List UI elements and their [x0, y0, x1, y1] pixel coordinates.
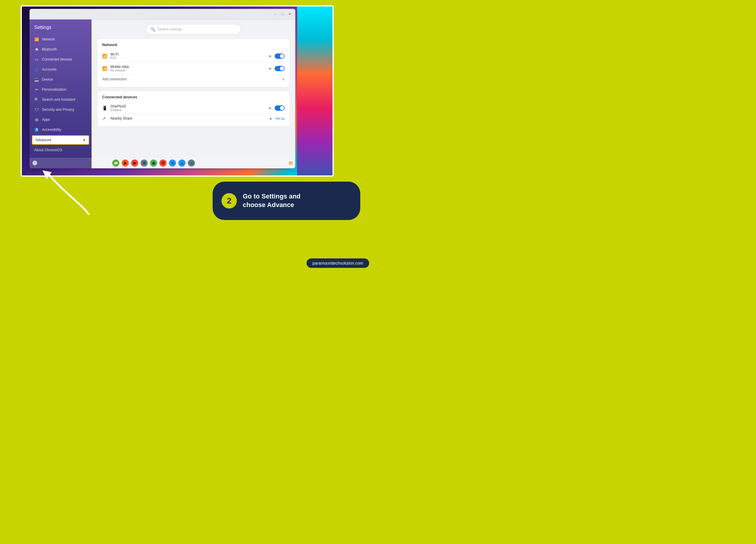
settings-content: Settings 📶 Network ✱ Bluetooth ▭ Connect… [30, 19, 295, 168]
mobile-sub: No network [110, 69, 269, 72]
oneplus-name: OnePlus5 [110, 104, 269, 108]
settings-title: Settings [30, 22, 92, 34]
mobile-toggle[interactable] [275, 66, 285, 71]
sidebar-label-bluetooth: Bluetooth [42, 47, 57, 51]
oneplus-sub: Enabled [110, 108, 269, 112]
taskbar-system-tray: Jul 29 11:10 📶 [270, 162, 292, 165]
oneplus-info: OnePlus5 Enabled [110, 104, 269, 112]
minimize-button[interactable]: − [273, 12, 278, 16]
accessibility-icon: ♿ [34, 127, 39, 132]
sidebar-label-security: Security and Privacy [42, 108, 74, 112]
instruction-text: Go to Settings andchoose Advance [243, 192, 301, 209]
accounts-icon: 👤 [34, 67, 39, 72]
mobile-name: Mobile data [110, 65, 269, 69]
mobile-icon: 📶 [102, 66, 110, 71]
sidebar-item-bluetooth[interactable]: ✱ Bluetooth [30, 44, 92, 54]
sidebar-item-about[interactable]: About ChromeOS [30, 145, 92, 155]
taskbar-docs-icon[interactable]: ≡ [169, 159, 176, 167]
search-placeholder: Search settings [158, 27, 182, 31]
sidebar-label-about: About ChromeOS [34, 148, 62, 152]
sidebar-label-apps: Apps [42, 118, 50, 122]
sidebar-label-connected-devices: Connected devices [42, 57, 72, 61]
wifi-toggle[interactable] [275, 53, 285, 59]
wifi-icon: 📶 [102, 54, 110, 58]
sidebar-item-accessibility[interactable]: ♿ Accessibility [30, 125, 92, 135]
window-controls: − □ ✕ [273, 12, 292, 16]
sidebar-label-personalization: Personalization [42, 87, 66, 92]
sidebar-item-accounts[interactable]: 👤 Accounts [30, 64, 92, 74]
sidebar-item-apps[interactable]: ⊞ Apps [30, 115, 92, 125]
sidebar-label-network: Network [42, 37, 55, 41]
taskbar-wifi-icon: 📶 [289, 162, 292, 165]
sidebar-item-personalization[interactable]: ✏ Personalization [30, 84, 92, 95]
phone-icon: 📱 [102, 106, 110, 110]
advanced-arrow-icon: ▼ [83, 139, 86, 142]
network-section-title: Network [102, 43, 285, 47]
taskbar-drive-icon[interactable]: △ [178, 159, 185, 167]
connected-devices-title: Connected devices [102, 95, 285, 99]
sidebar-label-search: Search and Assistant [42, 97, 75, 102]
maximize-button[interactable]: □ [281, 12, 285, 16]
personalization-icon: ✏ [34, 87, 39, 92]
device-icon: 💻 [34, 77, 39, 82]
website-label: paramounttechsolution.com [307, 258, 369, 268]
sidebar-item-search[interactable]: 🔍 Search and Assistant [30, 95, 92, 105]
oneplus-row[interactable]: 📱 OnePlus5 Enabled ▶ [102, 102, 285, 114]
mobile-info: Mobile data No network [110, 65, 269, 72]
connected-devices-icon: ▭ [34, 57, 39, 62]
search-bar[interactable]: 🔍 Search settings [146, 24, 241, 34]
taskbar-apps: 📁 ▶ ▶ ⚙ ◉ M ≡ △ ▭ [112, 159, 195, 167]
taskbar-gmail-icon[interactable]: M [159, 159, 167, 167]
mobile-arrow-icon: ▶ [269, 67, 272, 70]
instruction-box: 2 Go to Settings andchoose Advance [213, 182, 360, 220]
oneplus-arrow-icon: ▶ [269, 106, 272, 110]
network-icon: 📶 [34, 37, 39, 42]
security-icon: 🛡 [34, 107, 39, 112]
apps-icon: ⊞ [34, 117, 39, 122]
connected-devices-section: Connected devices 📱 OnePlus5 Enabled ▶ ↗… [97, 91, 289, 126]
sidebar-item-security[interactable]: 🛡 Security and Privacy [30, 105, 92, 115]
taskbar-files-icon[interactable]: 📁 [112, 159, 119, 167]
taskbar-chrome-icon[interactable]: ◉ [150, 159, 157, 167]
sidebar-item-network[interactable]: 📶 Network [30, 34, 92, 44]
taskbar-meet-icon[interactable]: ▭ [188, 159, 195, 167]
taskbar-time: 11:10 [280, 162, 287, 165]
sidebar-item-advanced[interactable]: Advanced ▼ [32, 135, 89, 145]
taskbar-play-icon[interactable]: ▶ [122, 159, 129, 167]
nearby-name: Nearby Share [110, 116, 270, 120]
wifi-name: Wi-Fi [110, 52, 269, 56]
wifi-info: Wi-Fi P2G [110, 52, 269, 60]
oneplus-toggle[interactable] [275, 105, 285, 111]
add-connection-row[interactable]: Add connection ∨ [102, 75, 285, 84]
sidebar-item-connected-devices[interactable]: ▭ Connected devices [30, 54, 92, 64]
nearby-icon: ↗ [102, 116, 110, 121]
nearby-share-row[interactable]: ↗ Nearby Share ▶ Set up [102, 114, 285, 123]
bluetooth-icon: ✱ [34, 47, 39, 52]
settings-window: − □ ✕ Settings 📶 Network ✱ Bluetooth ▭ C… [30, 9, 295, 168]
search-bar-container: 🔍 Search settings [97, 24, 289, 34]
add-connection-label: Add connection [102, 77, 127, 81]
sidebar-item-device[interactable]: 💻 Device [30, 74, 92, 84]
sidebar: Settings 📶 Network ✱ Bluetooth ▭ Connect… [30, 19, 92, 168]
taskbar-settings-icon[interactable]: ⚙ [141, 159, 148, 167]
setup-link[interactable]: Set up [275, 117, 285, 120]
mobile-data-row[interactable]: 📶 Mobile data No network ▶ [102, 62, 285, 75]
network-section: Network 📶 Wi-Fi P2G ▶ 📶 Mobile data No n… [97, 39, 289, 87]
main-content: 🔍 Search settings Network 📶 Wi-Fi P2G ▶ [92, 19, 295, 168]
add-connection-chevron: ∨ [282, 77, 285, 81]
step-number: 2 [221, 193, 237, 209]
sidebar-label-accessibility: Accessibility [42, 128, 61, 132]
sidebar-label-advanced: Advanced [35, 138, 80, 142]
wifi-arrow-icon: ▶ [269, 54, 272, 58]
nearby-info: Nearby Share [110, 116, 270, 120]
taskbar-date: Jul 29 [270, 162, 278, 165]
nearby-arrow-icon: ▶ [270, 117, 272, 120]
close-button[interactable]: ✕ [288, 12, 292, 16]
taskbar-youtube-icon[interactable]: ▶ [131, 159, 138, 167]
swirl-decoration [297, 6, 333, 175]
wifi-row[interactable]: 📶 Wi-Fi P2G ▶ [102, 50, 285, 62]
sidebar-label-device: Device [42, 77, 53, 82]
website-url: paramounttechsolution.com [312, 261, 363, 266]
search-assist-icon: 🔍 [34, 97, 39, 102]
wifi-sub: P2G [110, 56, 269, 60]
